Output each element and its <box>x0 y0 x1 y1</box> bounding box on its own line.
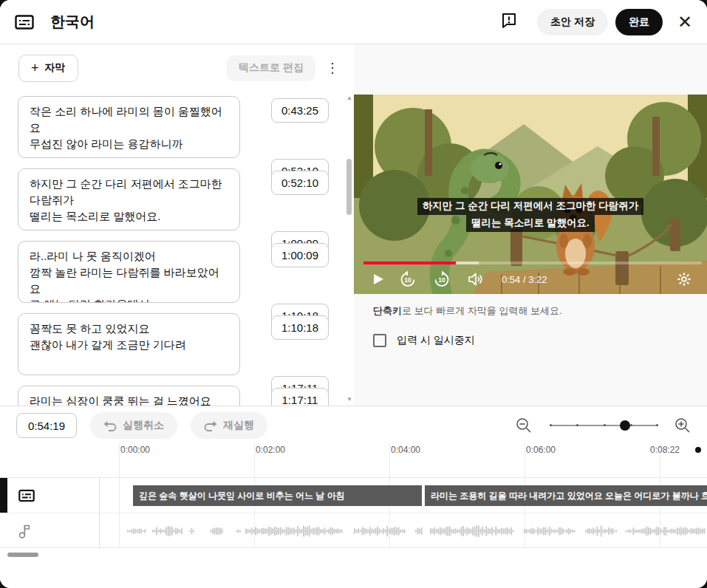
ruler-tick: 0:08:22 <box>650 445 680 455</box>
forward-10-button[interactable]: 10 <box>425 270 459 288</box>
play-button[interactable] <box>366 273 391 285</box>
forward-10-icon: 10 <box>433 270 451 288</box>
zoom-out-icon <box>516 417 532 434</box>
start-time-field[interactable]: 0:52:10 <box>271 171 329 195</box>
settings-button[interactable] <box>673 271 695 287</box>
page-title: 한국어 <box>50 12 95 32</box>
subtitle-segment[interactable]: 깊은 숲속 햇살이 나뭇잎 사이로 비추는 어느 날 아침 <box>133 485 422 506</box>
add-caption-button[interactable]: + 자막 <box>18 55 78 82</box>
caption-entry: 작은 소리 하나에 라미의 몸이 움찔했어요무섭진 않아 라미는 용감하니까0:… <box>18 96 345 158</box>
subtitle-segment[interactable]: 라미는 조용히 길을 따라 내려가고 있었어요 오늘은 어디로가 볼까나 흐 <box>425 485 707 506</box>
caption-entry: 하지만 그 순간 다리 저편에서 조그마한 다람쥐가떨리는 목소리로 말했어요.… <box>18 168 345 230</box>
shortcut-tip-text: 로 보다 빠르게 자막을 입력해 보세요. <box>402 305 562 316</box>
pause-on-typing-checkbox[interactable] <box>373 334 386 347</box>
subtitle-track-icon <box>18 489 35 502</box>
gear-icon <box>676 271 692 287</box>
caption-line: 작은 소리 하나에 라미의 몸이 움찔했어요 <box>30 103 228 136</box>
start-time-field[interactable]: 1:17:11 <box>271 388 329 406</box>
play-icon <box>372 273 384 285</box>
caption-line: 떨리는 목소리로 말했어요. <box>30 208 228 225</box>
caption-line: 깜짝 놀란 라미는 다람쥐를 바라보았어요 <box>30 264 228 297</box>
start-time-field[interactable]: 1:00:09 <box>271 243 329 267</box>
caption-text-field[interactable]: 꼼짝도 못 하고 있었지요괜찮아 내가 갈게 조금만 기다려 <box>18 313 240 375</box>
caption-text-field[interactable]: 작은 소리 하나에 라미의 몸이 움찔했어요무섭진 않아 라미는 용감하니까 <box>18 96 240 158</box>
caption-line: 그 애는 다리 한가운데서 <box>30 296 228 303</box>
redo-icon <box>204 420 217 431</box>
video-controls: 10 10 0:54 / 3:22 <box>354 264 707 294</box>
svg-text:10: 10 <box>438 276 445 284</box>
ruler-tick: 0:04:00 <box>391 445 420 455</box>
rewind-10-button[interactable]: 10 <box>391 270 425 288</box>
captions-panel: + 자막 텍스트로 편집 ⋮ 작은 소리 하나에 라미의 몸이 움찔했어요무섭진… <box>0 44 354 406</box>
zoom-slider[interactable] <box>550 420 657 431</box>
zoom-out-button[interactable] <box>516 417 532 434</box>
captions-toolbar: + 자막 텍스트로 편집 ⋮ <box>18 54 339 82</box>
timeline-tracks: 깊은 숲속 햇살이 나뭇잎 사이로 비추는 어느 날 아침 라미는 조용히 길을… <box>0 477 707 548</box>
redo-label: 재실행 <box>223 419 254 432</box>
caption-line: 라..라미 나 못 움직이겠어 <box>30 248 228 264</box>
zoom-in-button[interactable] <box>674 417 691 434</box>
caption-text-field[interactable]: 라미는 심장이 쿵쿵 뛰는 걸 느꼈어요 <box>18 386 240 406</box>
undo-icon <box>103 420 117 431</box>
subtitle-track: 깊은 숲속 햇살이 나뭇잎 사이로 비추는 어느 날 아침 라미는 조용히 길을… <box>0 478 707 513</box>
caption-entry: 라미는 심장이 쿵쿵 뛰는 걸 느꼈어요1:17:11 <box>18 386 345 406</box>
rewind-10-icon: 10 <box>399 270 417 288</box>
shortcut-tip-keyword: 단축키 <box>373 305 402 316</box>
caption-text-field[interactable]: 라..라미 나 못 움직이겠어깜짝 놀란 라미는 다람쥐를 바라보았어요그 애는… <box>18 241 240 303</box>
video-caption-line2: 떨리는 목소리로 말했어요. <box>466 215 595 232</box>
caption-line: 꼼짝도 못 하고 있었지요 <box>30 321 228 337</box>
zoom-in-icon <box>674 417 691 434</box>
timeline-ruler[interactable]: 0:00:00 0:02:00 0:04:00 0:06:00 0:08:22 <box>0 443 707 477</box>
save-draft-button[interactable]: 초안 저장 <box>537 9 608 35</box>
undo-button[interactable]: 실행취소 <box>90 412 177 439</box>
volume-button[interactable] <box>459 270 491 288</box>
close-button[interactable]: ✕ <box>677 13 692 31</box>
add-caption-label: 자막 <box>45 61 66 75</box>
svg-text:10: 10 <box>404 276 411 284</box>
scroll-down-icon[interactable]: ▼ <box>346 396 352 403</box>
pause-on-typing-label: 입력 시 일시중지 <box>397 334 475 347</box>
feedback-button[interactable] <box>500 12 518 32</box>
track-label-divider <box>99 478 100 547</box>
caption-entry: 라..라미 나 못 움직이겠어깜짝 놀란 라미는 다람쥐를 바라보았어요그 애는… <box>18 241 345 303</box>
playhead-time-field[interactable]: 0:54:19 <box>16 413 77 438</box>
timeline-section: 0:54:19 실행취소 재실행 <box>0 406 707 588</box>
start-time-field[interactable]: 0:43:25 <box>271 98 329 123</box>
timeline-toolbar: 0:54:19 실행취소 재실행 <box>16 412 691 439</box>
subtitles-badge-icon <box>15 15 34 30</box>
plus-icon: + <box>31 61 39 76</box>
horizontal-scrollbar-thumb[interactable] <box>7 553 38 557</box>
header: 한국어 초안 저장 완료 ✕ <box>0 0 707 44</box>
ruler-tick: 0:06:00 <box>526 445 556 455</box>
audio-track <box>0 513 707 549</box>
video-caption-overlay: 하지만 그 순간 다리 저편에서 조그마한 다람쥐가 떨리는 목소리로 말했어요… <box>354 198 707 232</box>
timestamps: 1:17:11 <box>271 388 329 406</box>
caption-list-scrollbar[interactable]: ▲ ▼ <box>345 95 353 403</box>
subtitle-editor-window: 한국어 초안 저장 완료 ✕ + 자막 텍스트로 편집 ⋮ 작은 소리 하나에 … <box>0 0 707 588</box>
zoom-controls <box>516 417 691 434</box>
pause-on-typing-option[interactable]: 입력 시 일시중지 <box>373 334 475 347</box>
caption-line: 무섭진 않아 라미는 용감하니까 <box>30 136 228 152</box>
video-player[interactable]: 하지만 그 순간 다리 저편에서 조그마한 다람쥐가 떨리는 목소리로 말했어요… <box>354 95 707 294</box>
scrollbar-thumb[interactable] <box>346 159 352 215</box>
start-time-field[interactable]: 1:10:18 <box>271 315 329 340</box>
caption-list: 작은 소리 하나에 라미의 몸이 움찔했어요무섭진 않아 라미는 용감하니까0:… <box>0 95 345 406</box>
edit-as-text-button[interactable]: 텍스트로 편집 <box>227 55 315 81</box>
redo-button[interactable]: 재실행 <box>191 412 267 439</box>
volume-icon <box>466 270 484 288</box>
overflow-menu-button[interactable]: ⋮ <box>326 60 339 76</box>
feedback-icon <box>500 12 518 32</box>
zoom-slider-thumb[interactable] <box>620 420 630 431</box>
time-display: 0:54 / 3:22 <box>502 274 547 285</box>
video-caption-line1: 하지만 그 순간 다리 저편에서 조그마한 다람쥐가 <box>417 198 644 215</box>
music-note-icon <box>18 524 30 539</box>
timeline-end-marker <box>695 447 701 453</box>
ruler-tick: 0:02:00 <box>256 445 285 455</box>
caption-text-field[interactable]: 하지만 그 순간 다리 저편에서 조그마한 다람쥐가떨리는 목소리로 말했어요. <box>18 168 240 230</box>
active-track-indicator <box>0 478 7 513</box>
scroll-up-icon[interactable]: ▲ <box>346 95 352 101</box>
audio-waveform <box>99 513 707 549</box>
caption-line: 하지만 그 순간 다리 저편에서 조그마한 다람쥐가 <box>30 176 228 208</box>
done-button[interactable]: 완료 <box>615 9 663 35</box>
preview-panel: 하지만 그 순간 다리 저편에서 조그마한 다람쥐가 떨리는 목소리로 말했어요… <box>354 44 707 406</box>
